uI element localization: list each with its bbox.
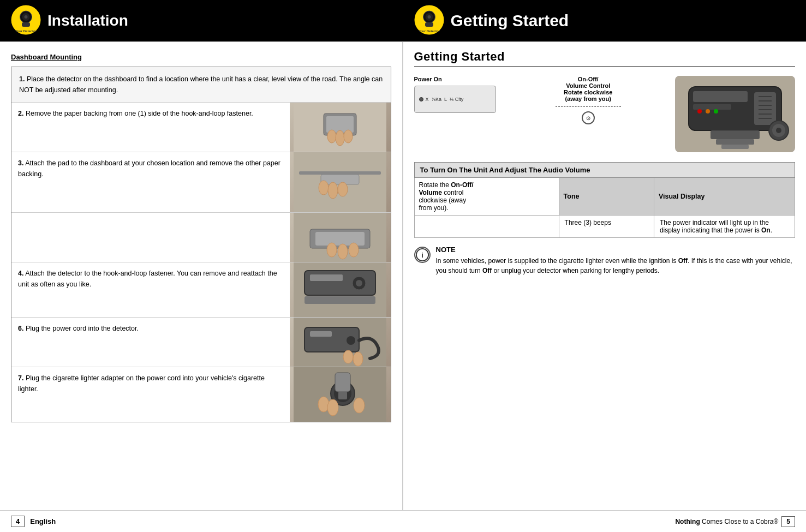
step2-illustration	[294, 103, 386, 152]
svg-point-21	[319, 181, 329, 195]
svg-rect-35	[305, 296, 375, 304]
svg-point-57	[714, 109, 718, 113]
svg-point-9	[427, 15, 431, 19]
svg-point-15	[327, 130, 336, 143]
step4-illustration	[294, 262, 386, 317]
svg-rect-68	[711, 130, 760, 139]
col3-value: The power indicator will light up in the…	[654, 216, 795, 238]
tagline-nothing: Nothing Comes Close to a Cobra®	[675, 518, 778, 525]
note-section: i NOTE In some vehicles, power is suppli…	[414, 246, 796, 276]
svg-point-34	[356, 280, 362, 286]
col3-header: Visual Display	[654, 178, 795, 216]
right-logo-wrap: Your Detector	[414, 5, 444, 37]
svg-point-39	[347, 336, 355, 345]
install-step-4: 4. Attach the detector to the hook-and-l…	[11, 262, 391, 318]
svg-rect-47	[338, 392, 347, 399]
step3-illustration	[294, 152, 386, 212]
header-left: Your Detector Installation	[0, 0, 403, 41]
getting-started-panel: Getting Started Power On X ⅞Ka L ⅛ City …	[403, 42, 807, 510]
svg-point-41	[353, 352, 363, 366]
away-label: (away from you)	[565, 95, 611, 102]
svg-point-67	[776, 128, 781, 133]
svg-text:Your Detector: Your Detector	[418, 29, 440, 33]
right-logo-icon: Your Detector	[414, 5, 444, 35]
svg-point-22	[328, 182, 338, 199]
left-header-title: Installation	[47, 12, 128, 29]
step2-text: 2. Remove the paper backing from one (1)…	[11, 103, 290, 152]
install-step-3b	[11, 213, 391, 262]
display-unit: X ⅞Ka L ⅛ City	[414, 86, 496, 113]
svg-rect-4	[22, 22, 30, 27]
left-logo-wrap: Your Detector	[11, 5, 41, 37]
right-header-title: Getting Started	[451, 11, 569, 30]
on-off-title: On-Off/	[578, 76, 599, 82]
display-text: X ⅞Ka L ⅛ City	[426, 97, 464, 102]
svg-rect-53	[693, 91, 748, 102]
getting-started-title: Getting Started	[414, 50, 796, 67]
diagram-center: On-Off/ Volume Control Rotate clockwise …	[510, 76, 667, 124]
power-led	[419, 97, 423, 101]
step7-illustration	[294, 367, 386, 422]
installation-steps-container: 1. Place the detector on the dashboard t…	[11, 67, 391, 422]
on-off-label: On-Off/ Volume Control Rotate clockwise …	[510, 76, 667, 102]
col2-header: Tone	[559, 178, 654, 216]
svg-point-56	[706, 109, 710, 113]
device-diagram: Power On X ⅞Ka L ⅛ City On-Off/ Volume C…	[414, 76, 796, 152]
note-icon: i	[414, 247, 431, 263]
col1-header: Rotate the On-Off/Volume controlclockwis…	[414, 178, 559, 216]
install-step-6: 6. Plug the power cord into the detector…	[11, 318, 391, 367]
svg-rect-46	[335, 373, 350, 392]
note-text: In some vehicles, power is supplied to t…	[436, 256, 796, 276]
svg-point-40	[343, 350, 353, 363]
install-step-2: 2. Remove the paper backing from one (1)…	[11, 103, 391, 152]
language-label: English	[30, 517, 56, 525]
detector-device-svg	[678, 76, 792, 152]
left-logo-icon: Your Detector	[11, 5, 41, 35]
note-svg-icon: i	[415, 247, 429, 262]
step6-text: 6. Plug the power cord into the detector…	[11, 318, 290, 367]
note-content: NOTE In some vehicles, power is supplied…	[436, 246, 796, 276]
step3b-text	[11, 213, 290, 262]
svg-text:Your Detector: Your Detector	[15, 29, 37, 33]
step3-image	[290, 152, 391, 212]
svg-rect-10	[425, 22, 433, 27]
svg-point-29	[349, 243, 359, 257]
svg-point-50	[354, 398, 365, 413]
table-main-header: To Turn On The Unit And Adjust The Audio…	[414, 163, 795, 178]
footer-right: Nothing Comes Close to a Cobra® 5	[675, 516, 795, 527]
col2-value: Three (3) beeps	[559, 216, 654, 238]
page-number-right: 5	[781, 516, 795, 527]
svg-point-17	[344, 130, 353, 143]
device-image	[675, 76, 795, 152]
header-right: Your Detector Getting Started	[403, 0, 807, 41]
svg-rect-32	[310, 274, 343, 281]
step6-illustration	[294, 318, 386, 367]
install-step-3: 3. Attach the pad to the dashboard at yo…	[11, 152, 391, 213]
svg-text:i: i	[421, 251, 423, 259]
svg-point-16	[336, 130, 344, 146]
dotted-connector	[556, 106, 621, 107]
diagram-left: Power On X ⅞Ka L ⅛ City	[414, 76, 501, 113]
svg-rect-19	[299, 171, 381, 175]
svg-point-55	[697, 109, 702, 113]
svg-rect-70	[721, 145, 749, 149]
step1-num: 1.	[19, 75, 25, 83]
turn-on-table: To Turn On The Unit And Adjust The Audio…	[414, 162, 796, 238]
svg-rect-58	[754, 92, 776, 125]
install-step-1: 1. Place the detector on the dashboard t…	[11, 67, 391, 103]
power-on-label: Power On	[414, 76, 442, 82]
step4-image	[290, 262, 391, 317]
page-footer: 4 English Nothing Comes Close to a Cobra…	[0, 510, 806, 532]
svg-rect-54	[693, 104, 731, 110]
step3b-illustration	[294, 213, 386, 262]
page-number-left: 4	[11, 516, 25, 527]
svg-point-3	[25, 15, 28, 19]
footer-left: 4 English	[11, 516, 56, 527]
svg-rect-69	[716, 139, 754, 145]
installation-section-title: Dashboard Mounting	[11, 53, 391, 61]
svg-point-49	[327, 399, 338, 416]
knob-icon: ⊙	[582, 111, 595, 124]
col1-value	[414, 216, 559, 238]
step6-image	[290, 318, 391, 367]
note-title: NOTE	[436, 246, 796, 254]
